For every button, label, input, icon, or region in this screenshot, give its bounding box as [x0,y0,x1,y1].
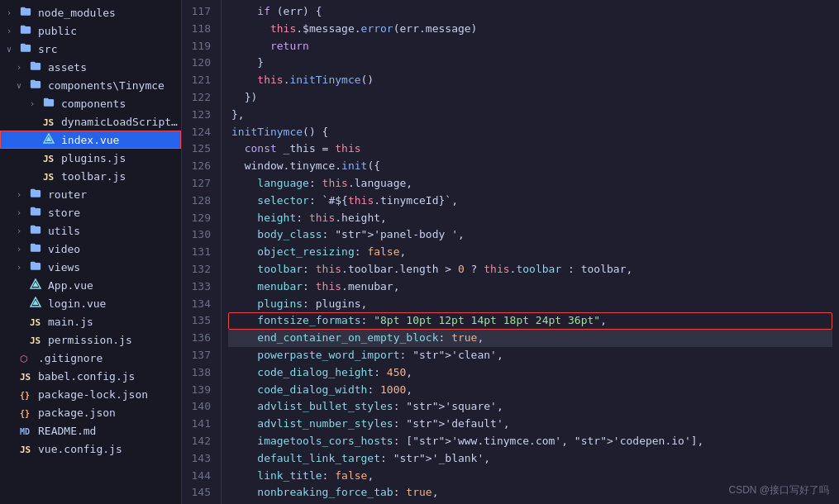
sidebar-item-babel-config[interactable]: JSbabel.config.js [0,367,181,385]
sidebar-item-components[interactable]: ›components [0,94,181,112]
folder-file-icon [30,242,45,256]
code-line: }, [228,107,832,124]
js-file-icon: JS [20,443,35,455]
line-number: 117 [188,3,211,21]
sidebar-item-public[interactable]: ›public [0,21,181,40]
sidebar-item-readme[interactable]: MDREADME.md [0,421,181,440]
sidebar-item-label: .gitignore [38,352,181,364]
sidebar-item-views[interactable]: ›views [0,258,181,276]
code-line: const _this = this [228,140,832,158]
line-number: 145 [188,484,211,502]
expand-arrow-icon: › [17,263,30,272]
vue-file-icon [30,278,45,292]
code-line: if (err) { [228,3,832,21]
folder-file-icon [20,24,35,38]
expand-arrow-icon: › [17,190,30,199]
line-number: 126 [188,158,211,175]
sidebar-item-label: video [48,243,181,255]
code-line: imagetools_cors_hosts: ["str">'www.tinym… [228,433,832,450]
vue-file-icon [43,133,58,147]
line-number: 119 [188,38,211,55]
js-file-icon: JS [43,170,58,183]
sidebar-item-assets[interactable]: ›assets [0,58,181,76]
sidebar-item-label: views [48,261,181,273]
code-line: toolbar: this.toolbar.length > 0 ? this.… [228,261,832,278]
code-line: powerpaste_word_import: "str">'clean', [228,347,832,364]
folder-file-icon [30,188,45,202]
sidebar-item-label: README.md [38,425,181,437]
folder-file-icon [30,260,45,274]
sidebar-item-toolbar-js[interactable]: JStoolbar.js [0,167,181,185]
sidebar-item-components-tinymce[interactable]: ∨components\Tinymce [0,76,181,94]
code-line: }) [228,89,832,107]
sidebar-item-src[interactable]: ∨src [0,40,181,58]
sidebar-item-label: store [48,207,181,219]
line-number: 129 [188,210,211,227]
code-line: advlist_bullet_styles: "str">'square', [228,398,832,416]
sidebar-item-label: assets [48,61,181,74]
sidebar-item-dynamicLoadScript[interactable]: JSdynamicLoadScript.js [0,112,181,131]
sidebar-item-label: permission.js [48,334,181,346]
js-file-icon: JS [20,370,35,383]
line-number: 118 [188,21,211,38]
sidebar-item-package-lock[interactable]: {}package-lock.json [0,385,181,403]
expand-arrow-icon: › [17,208,30,217]
folder-file-icon [20,6,35,20]
git-file-icon: ⬡ [20,352,35,364]
line-number: 138 [188,364,211,382]
sidebar-item-login-vue[interactable]: login.vue [0,294,181,312]
js-file-icon: JS [30,316,45,328]
sidebar-item-main-js[interactable]: JSmain.js [0,312,181,330]
line-number: 123 [188,107,211,124]
folder-file-icon [30,60,45,74]
line-number: 142 [188,433,211,450]
line-number: 144 [188,468,211,485]
sidebar-item-permission-js[interactable]: JSpermission.js [0,330,181,349]
sidebar-item-label: App.vue [48,279,181,292]
code-line: code_dialog_height: 450, [228,364,832,382]
sidebar-item-label: package.json [38,407,181,419]
sidebar-item-label: router [48,188,181,201]
sidebar-item-index-vue[interactable]: index.vue [0,131,181,149]
file-tree[interactable]: ›node_modules›public∨src›assets∨componen… [0,0,182,504]
sidebar-item-package-json[interactable]: {}package.json [0,403,181,421]
code-line: advlist_number_styles: "str">'default', [228,416,832,433]
line-number: 131 [188,244,211,261]
folder-file-icon [43,97,58,111]
sidebar-item-node_modules[interactable]: ›node_modules [0,3,181,21]
expand-arrow-icon: › [7,8,20,17]
code-line: this.initTinymce() [228,72,832,89]
code-line: code_dialog_width: 1000, [228,382,832,399]
folder-file-icon [30,206,45,220]
code-line: this.$message.error(err.message) [228,21,832,38]
code-line: } [228,55,832,72]
sidebar-item-plugins-js[interactable]: JSplugins.js [0,149,181,167]
js-file-icon: JS [43,152,58,164]
sidebar-item-label: utils [48,225,181,237]
code-editor: 1171181191201211221231241251261271281291… [182,0,839,504]
code-line: body_class: "str">'panel-body ', [228,226,832,244]
line-numbers: 1171181191201211221231241251261271281291… [182,0,222,504]
expand-arrow-icon: ∨ [7,45,20,54]
code-line: fontsize_formats: "8pt 10pt 12pt 14pt 18… [228,312,832,330]
sidebar-item-label: public [38,25,181,37]
sidebar-item-label: main.js [48,316,181,328]
line-number: 141 [188,416,211,433]
line-number: 133 [188,278,211,296]
folder-file-icon [30,224,45,238]
js-file-icon: JS [30,334,45,346]
sidebar-item-router[interactable]: ›router [0,185,181,203]
code-line: plugins: plugins, [228,296,832,313]
expand-arrow-icon: › [30,99,43,108]
sidebar-item-label: package-lock.json [38,388,181,401]
sidebar-item-video[interactable]: ›video [0,240,181,258]
sidebar-item-app-vue[interactable]: App.vue [0,276,181,294]
folder-file-icon [20,42,35,56]
code-line: object_resizing: false, [228,244,832,261]
sidebar-item-gitignore[interactable]: ⬡.gitignore [0,349,181,367]
line-number: 136 [188,330,211,347]
code-line: height: this.height, [228,210,832,227]
sidebar-item-vue-config[interactable]: JSvue.config.js [0,440,181,458]
sidebar-item-utils[interactable]: ›utils [0,221,181,240]
sidebar-item-store[interactable]: ›store [0,203,181,221]
